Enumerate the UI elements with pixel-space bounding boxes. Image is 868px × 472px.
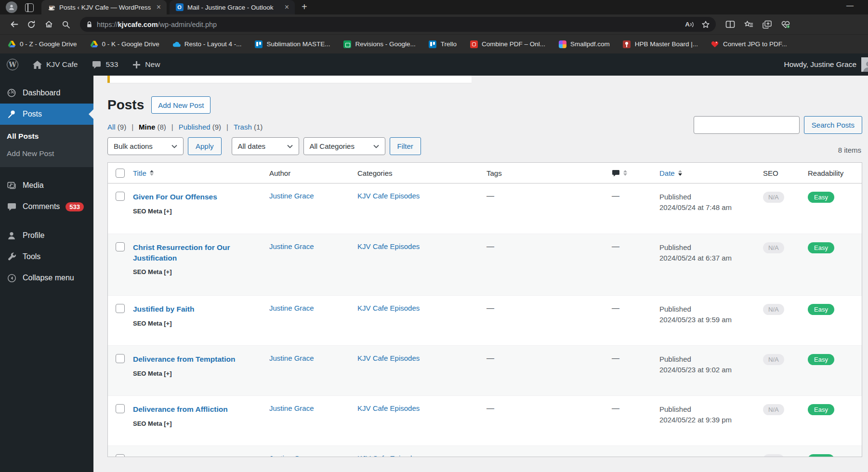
filter-mine[interactable]: Mine (8) bbox=[126, 123, 166, 131]
seo-badge: N/A bbox=[763, 192, 784, 203]
search-posts-button[interactable]: Search Posts bbox=[804, 116, 862, 134]
sidebar-item-label: Media bbox=[23, 181, 44, 190]
column-header-comments[interactable] bbox=[612, 170, 659, 177]
read-aloud-icon[interactable]: A bbox=[685, 21, 695, 28]
select-all-checkbox[interactable] bbox=[116, 169, 125, 178]
row-checkbox[interactable] bbox=[116, 304, 125, 313]
browser-profile-button[interactable] bbox=[6, 1, 17, 13]
seo-meta-toggle[interactable]: SEO Meta [+] bbox=[133, 268, 263, 275]
category-link[interactable]: KJV Cafe Episodes bbox=[357, 192, 420, 200]
refresh-button[interactable] bbox=[24, 17, 39, 32]
adminbar-new-menu[interactable]: New bbox=[132, 60, 160, 69]
dates-filter-select[interactable]: All dates bbox=[232, 137, 299, 155]
author-link[interactable]: Justine Grace bbox=[269, 404, 314, 412]
sidebar-collapse-menu[interactable]: Collapse menu bbox=[0, 267, 93, 288]
window-minimize-button[interactable]: — bbox=[846, 0, 854, 9]
sidebar-item-media[interactable]: Media bbox=[0, 175, 93, 196]
author-link[interactable]: Justine Grace bbox=[269, 304, 314, 312]
seo-meta-toggle[interactable]: SEO Meta [+] bbox=[133, 208, 263, 215]
seo-meta-toggle[interactable]: SEO Meta [+] bbox=[133, 420, 263, 427]
author-link[interactable]: Justine Grace bbox=[269, 354, 314, 362]
row-checkbox[interactable] bbox=[116, 354, 125, 363]
bookmark-item[interactable]: Revisions - Google... bbox=[343, 40, 415, 48]
bulk-actions-select[interactable]: Bulk actions bbox=[107, 137, 184, 155]
bookmark-item[interactable]: 0 - K - Google Drive bbox=[90, 40, 159, 48]
bookmark-item[interactable]: Smallpdf.com bbox=[558, 40, 610, 48]
bookmark-item[interactable]: Combine PDF – Onl... bbox=[470, 40, 545, 48]
search-icon[interactable] bbox=[59, 17, 73, 32]
back-button[interactable] bbox=[7, 17, 21, 32]
adminbar-comments[interactable]: 533 bbox=[92, 60, 118, 69]
tab-close-icon[interactable]: × bbox=[156, 3, 162, 11]
filter-published[interactable]: Published (9) bbox=[166, 123, 221, 131]
pushpin-icon bbox=[6, 109, 17, 119]
collections-icon[interactable] bbox=[763, 20, 772, 29]
category-link[interactable]: KJV Cafe Episodes bbox=[357, 354, 420, 362]
tab-actions-menu-icon[interactable] bbox=[25, 3, 34, 12]
howdy-account-menu[interactable]: Howdy, Justine Grace bbox=[784, 60, 856, 69]
bookmark-item[interactable]: HPB Master Board |... bbox=[623, 40, 698, 48]
category-link[interactable]: KJV Cafe Episodes bbox=[357, 454, 420, 457]
category-link[interactable]: KJV Cafe Episodes bbox=[357, 242, 420, 250]
comments-value: — bbox=[612, 404, 659, 446]
tab-outlook-mail[interactable]: O Mail - Justine Grace - Outlook × bbox=[170, 0, 295, 14]
post-title-link[interactable]: Justified by Faith bbox=[133, 304, 263, 315]
favorite-star-icon[interactable] bbox=[701, 20, 710, 29]
seo-badge: N/A bbox=[763, 354, 784, 365]
categories-filter-select[interactable]: All Categories bbox=[303, 137, 385, 155]
sidebar-item-profile[interactable]: Profile bbox=[0, 225, 93, 246]
row-checkbox[interactable] bbox=[116, 192, 125, 201]
sidebar-item-comments[interactable]: Comments 533 bbox=[0, 196, 93, 217]
seo-meta-toggle[interactable]: SEO Meta [+] bbox=[133, 320, 263, 327]
add-new-post-button[interactable]: Add New Post bbox=[151, 96, 210, 114]
address-bar[interactable]: https://kjvcafe.com/wp-admin/edit.php A bbox=[80, 17, 716, 32]
column-header-title[interactable]: Title bbox=[133, 169, 146, 177]
post-title-link[interactable]: Given For Our Offenses bbox=[133, 192, 263, 202]
row-checkbox[interactable] bbox=[116, 242, 125, 251]
column-header-date[interactable]: Date bbox=[659, 169, 675, 177]
sidebar-subitem-add-new-post[interactable]: Add New Post bbox=[0, 145, 93, 162]
filter-button[interactable]: Filter bbox=[390, 137, 421, 155]
bookmark-item[interactable]: Trello bbox=[429, 40, 457, 48]
new-tab-button[interactable]: + bbox=[302, 1, 307, 13]
bookmark-item[interactable]: Convert JPG to PDF... bbox=[711, 40, 787, 48]
bookmark-item[interactable]: Resto - Layout 4 -... bbox=[172, 40, 242, 48]
post-title-link[interactable]: Christ Resurrection for Our Justificatio… bbox=[133, 242, 263, 263]
wp-logo-menu[interactable]: W bbox=[7, 59, 18, 70]
sidebar-item-posts[interactable]: Posts bbox=[0, 104, 93, 125]
comments-count-badge: 533 bbox=[66, 202, 84, 211]
filter-trash[interactable]: Trash (1) bbox=[221, 123, 263, 131]
category-link[interactable]: KJV Cafe Episodes bbox=[357, 304, 420, 312]
row-checkbox[interactable] bbox=[116, 404, 125, 413]
seo-meta-toggle[interactable]: SEO Meta [+] bbox=[133, 370, 263, 377]
comments-icon bbox=[6, 203, 17, 211]
post-status: Published bbox=[659, 304, 756, 315]
category-link[interactable]: KJV Cafe Episodes bbox=[357, 404, 420, 412]
split-screen-icon[interactable] bbox=[725, 20, 735, 28]
author-link[interactable]: Justine Grace bbox=[269, 242, 314, 250]
table-row: Christ Resurrection for Our Justificatio… bbox=[108, 234, 862, 295]
row-checkbox[interactable] bbox=[116, 454, 125, 457]
post-title-link[interactable]: Deliverance from Temptation bbox=[133, 354, 263, 365]
author-link[interactable]: Justine Grace bbox=[269, 192, 314, 200]
home-button[interactable] bbox=[41, 17, 56, 32]
post-title-link[interactable]: Deliverance from Fear bbox=[133, 454, 263, 457]
media-icon bbox=[6, 181, 17, 190]
search-posts-input[interactable] bbox=[694, 116, 800, 134]
sidebar-item-dashboard[interactable]: Dashboard bbox=[0, 82, 93, 104]
user-avatar[interactable] bbox=[861, 57, 868, 72]
browser-essentials-icon[interactable] bbox=[781, 20, 791, 29]
tags-value: — bbox=[487, 354, 612, 395]
tab-close-icon[interactable]: × bbox=[284, 3, 290, 11]
author-link[interactable]: Justine Grace bbox=[269, 454, 314, 457]
sidebar-subitem-all-posts[interactable]: All Posts bbox=[0, 128, 93, 145]
site-name-menu[interactable]: KJV Cafe bbox=[33, 60, 78, 69]
tab-wordpress-posts[interactable]: Posts ‹ KJV Cafe — WordPress × bbox=[41, 0, 167, 14]
post-title-link[interactable]: Deliverance from Affliction bbox=[133, 404, 263, 415]
sidebar-item-tools[interactable]: Tools bbox=[0, 246, 93, 267]
bookmark-item[interactable]: 0 - Z - Google Drive bbox=[8, 40, 77, 48]
filter-all[interactable]: All (9) bbox=[107, 123, 126, 131]
apply-button[interactable]: Apply bbox=[188, 137, 222, 155]
bookmark-item[interactable]: Sublimation MASTE... bbox=[254, 40, 330, 48]
favorites-list-icon[interactable] bbox=[744, 20, 754, 29]
